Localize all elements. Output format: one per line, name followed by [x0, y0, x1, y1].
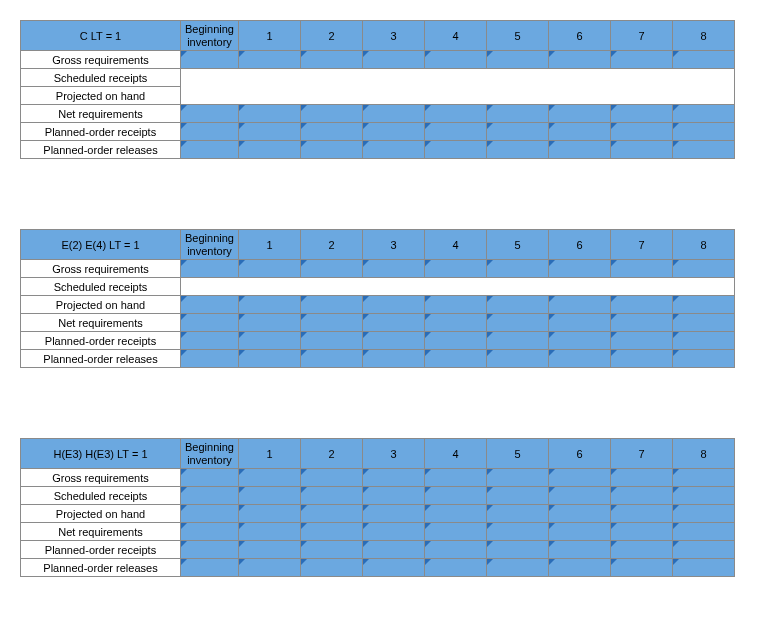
data-cell: [673, 350, 735, 368]
data-cell: [487, 350, 549, 368]
data-cell: [181, 123, 239, 141]
data-cell: [301, 141, 363, 159]
row-label: Gross requirements: [21, 51, 181, 69]
row-label: Net requirements: [21, 314, 181, 332]
merged-blank-area: [181, 69, 735, 105]
data-cell: [181, 505, 239, 523]
data-cell: [487, 332, 549, 350]
row-label: Planned-order releases: [21, 141, 181, 159]
data-cell: [301, 469, 363, 487]
row-label: Planned-order receipts: [21, 332, 181, 350]
data-cell: [363, 541, 425, 559]
data-cell: [425, 559, 487, 577]
data-cell: [239, 105, 301, 123]
data-cell: [425, 105, 487, 123]
data-cell: [673, 523, 735, 541]
col-period: 6: [549, 230, 611, 260]
data-cell: [181, 350, 239, 368]
data-cell: [239, 487, 301, 505]
data-cell: [611, 541, 673, 559]
data-cell: [611, 350, 673, 368]
data-cell: [239, 505, 301, 523]
data-cell: [425, 487, 487, 505]
col-period: 2: [301, 230, 363, 260]
data-cell: [611, 123, 673, 141]
row-label: Scheduled receipts: [21, 487, 181, 505]
data-cell: [363, 350, 425, 368]
data-cell: [363, 523, 425, 541]
col-period: 5: [487, 439, 549, 469]
data-cell: [181, 469, 239, 487]
data-cell: [363, 314, 425, 332]
data-cell: [181, 141, 239, 159]
data-cell: [301, 123, 363, 141]
data-cell: [549, 559, 611, 577]
data-cell: [239, 51, 301, 69]
data-cell: [425, 350, 487, 368]
data-cell: [487, 123, 549, 141]
col-period: 2: [301, 439, 363, 469]
row-label: Net requirements: [21, 105, 181, 123]
data-cell: [301, 51, 363, 69]
data-cell: [611, 332, 673, 350]
data-cell: [363, 123, 425, 141]
data-cell: [239, 123, 301, 141]
data-cell: [425, 523, 487, 541]
data-cell: [301, 505, 363, 523]
data-cell: [611, 141, 673, 159]
col-period: 2: [301, 21, 363, 51]
data-cell: [363, 505, 425, 523]
col-period: 3: [363, 439, 425, 469]
data-cell: [611, 296, 673, 314]
data-cell: [611, 523, 673, 541]
data-cell: [425, 296, 487, 314]
row-label: Scheduled receipts: [21, 69, 181, 87]
row-label: Planned-order receipts: [21, 541, 181, 559]
data-cell: [611, 487, 673, 505]
row-label: Net requirements: [21, 523, 181, 541]
data-cell: [425, 51, 487, 69]
data-cell: [239, 523, 301, 541]
data-cell: [673, 505, 735, 523]
data-cell: [363, 105, 425, 123]
col-period: 1: [239, 439, 301, 469]
data-cell: [425, 314, 487, 332]
data-cell: [673, 123, 735, 141]
data-cell: [181, 260, 239, 278]
col-period: 4: [425, 21, 487, 51]
data-cell: [425, 123, 487, 141]
col-period: 8: [673, 230, 735, 260]
data-cell: [363, 487, 425, 505]
data-cell: [181, 487, 239, 505]
data-cell: [487, 296, 549, 314]
data-cell: [487, 523, 549, 541]
data-cell: [363, 260, 425, 278]
col-period: 3: [363, 21, 425, 51]
data-cell: [363, 469, 425, 487]
mrp-table: E(2) E(4) LT = 1Beginning inventory12345…: [20, 229, 735, 368]
col-period: 7: [611, 230, 673, 260]
data-cell: [487, 559, 549, 577]
table-title: E(2) E(4) LT = 1: [21, 230, 181, 260]
data-cell: [181, 314, 239, 332]
table-title: C LT = 1: [21, 21, 181, 51]
col-beginning-inventory: Beginning inventory: [181, 230, 239, 260]
data-cell: [487, 541, 549, 559]
data-cell: [673, 314, 735, 332]
data-cell: [301, 296, 363, 314]
data-cell: [611, 505, 673, 523]
col-beginning-inventory: Beginning inventory: [181, 439, 239, 469]
data-cell: [425, 505, 487, 523]
data-cell: [673, 332, 735, 350]
data-cell: [425, 260, 487, 278]
data-cell: [425, 541, 487, 559]
col-period: 5: [487, 230, 549, 260]
data-cell: [487, 505, 549, 523]
col-period: 1: [239, 230, 301, 260]
data-cell: [425, 332, 487, 350]
data-cell: [239, 296, 301, 314]
data-cell: [549, 314, 611, 332]
data-cell: [239, 260, 301, 278]
data-cell: [239, 350, 301, 368]
data-cell: [181, 523, 239, 541]
